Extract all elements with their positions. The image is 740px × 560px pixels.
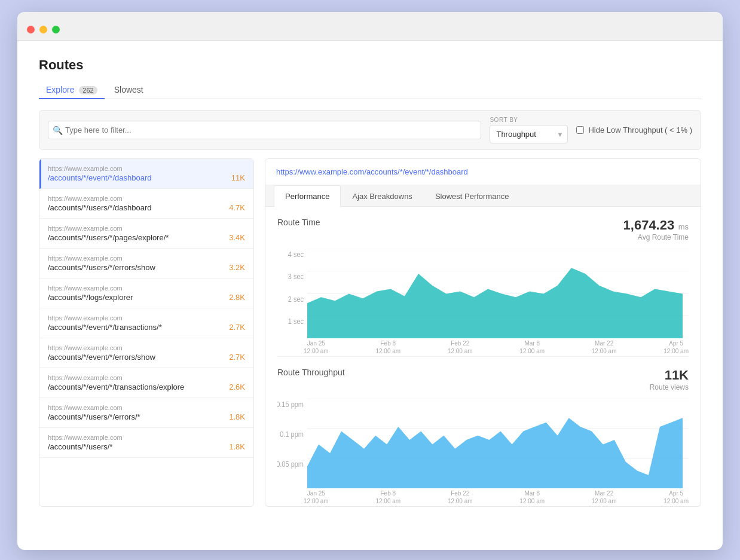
route-path: /accounts/*/users/*/pages/explore/* xyxy=(48,233,169,242)
route-domain: https://www.example.com xyxy=(48,314,245,322)
route-count: 1.8K xyxy=(229,442,245,451)
route-url-header: https://www.example.com/accounts/*/event… xyxy=(265,158,701,185)
route-domain: https://www.example.com xyxy=(48,434,245,441)
route-throughput-value: 11K xyxy=(665,368,689,382)
route-domain: https://www.example.com xyxy=(48,165,245,172)
route-count: 2.8K xyxy=(229,293,245,302)
route-time-section: Route Time 1,674.23 ms Avg Route Time 4 … xyxy=(265,207,701,356)
route-time-unit: ms xyxy=(678,222,689,231)
x-label: Jan 2512:00 am xyxy=(304,339,329,355)
x-label: Mar 2212:00 am xyxy=(592,489,617,505)
filter-bar: 🔍 SORT BY Throughput Response Time Error… xyxy=(39,110,701,150)
route-item[interactable]: https://www.example.com /accounts/*/logs… xyxy=(39,279,253,308)
search-icon: 🔍 xyxy=(53,126,63,135)
route-count: 4.7K xyxy=(229,203,245,212)
route-item[interactable]: https://www.example.com /accounts/*/user… xyxy=(39,398,253,428)
route-domain: https://www.example.com xyxy=(48,255,245,262)
hide-low-throughput-checkbox[interactable] xyxy=(576,126,584,134)
route-throughput-chart-wrap: 0.15 ppm0.1 ppm0.05 ppm Jan 2512:00 amFe… xyxy=(277,399,689,500)
minimize-button[interactable] xyxy=(39,26,47,33)
route-domain: https://www.example.com xyxy=(48,284,245,292)
route-domain: https://www.example.com xyxy=(48,404,245,411)
x-label: Feb 812:00 am xyxy=(375,339,400,355)
detail-tab-slowest[interactable]: Slowest Performance xyxy=(424,185,521,207)
x-label: Feb 2212:00 am xyxy=(448,339,473,355)
detail-card: Performance Ajax Breakdowns Slowest Perf… xyxy=(265,185,701,507)
route-count: 11K xyxy=(231,173,245,182)
search-input[interactable] xyxy=(48,121,481,139)
sort-by-label: SORT BY xyxy=(490,117,568,123)
route-count: 2.6K xyxy=(229,382,245,391)
route-count: 2.7K xyxy=(229,353,245,362)
route-path: /accounts/*/users/*/errors/* xyxy=(48,412,140,421)
route-path: /accounts/*/event/*/transactions/* xyxy=(48,323,162,332)
tab-explore[interactable]: Explore 262 xyxy=(39,81,105,99)
svg-text:4 sec: 4 sec xyxy=(288,250,304,259)
svg-text:0.15 ppm: 0.15 ppm xyxy=(277,400,304,409)
route-throughput-x-labels: Jan 2512:00 amFeb 812:00 amFeb 2212:00 a… xyxy=(277,489,689,505)
route-time-value: 1,674.23 xyxy=(623,218,675,232)
route-domain: https://www.example.com xyxy=(48,374,245,381)
svg-text:3 sec: 3 sec xyxy=(288,273,304,281)
svg-text:0.05 ppm: 0.05 ppm xyxy=(277,460,304,469)
page-title: Routes xyxy=(39,57,701,73)
route-throughput-header: Route Throughput 11K Route views xyxy=(277,368,689,391)
top-tabs-bar: Explore 262 Slowest xyxy=(39,81,701,99)
detail-tab-ajax[interactable]: Ajax Breakdowns xyxy=(341,185,423,207)
route-time-chart-wrap: 4 sec3 sec2 sec1 sec Jan 2512:00 amFeb 8… xyxy=(277,249,689,350)
route-time-stat: 1,674.23 ms Avg Route Time xyxy=(623,218,689,241)
route-item[interactable]: https://www.example.com /accounts/*/even… xyxy=(39,159,253,189)
route-item[interactable]: https://www.example.com /accounts/*/user… xyxy=(39,428,253,458)
route-throughput-title: Route Throughput xyxy=(277,368,345,377)
route-count: 3.4K xyxy=(229,233,245,242)
route-domain: https://www.example.com xyxy=(48,225,245,232)
route-domain: https://www.example.com xyxy=(48,195,245,202)
route-path: /accounts/*/users/*/dashboard xyxy=(48,203,151,212)
route-time-title: Route Time xyxy=(277,218,320,227)
route-domain: https://www.example.com xyxy=(48,344,245,351)
sort-select[interactable]: Throughput Response Time Error Rate xyxy=(490,125,568,143)
detail-panel: https://www.example.com/accounts/*/event… xyxy=(265,158,701,507)
x-label: Feb 2212:00 am xyxy=(448,489,473,505)
route-item[interactable]: https://www.example.com /accounts/*/even… xyxy=(39,308,253,338)
x-label: Mar 812:00 am xyxy=(519,489,545,505)
route-path: /accounts/*/users/*/errors/show xyxy=(48,263,155,272)
route-url-link[interactable]: https://www.example.com/accounts/*/event… xyxy=(276,167,468,176)
svg-text:2 sec: 2 sec xyxy=(288,295,304,304)
detail-tab-performance[interactable]: Performance xyxy=(274,185,341,207)
route-item[interactable]: https://www.example.com /accounts/*/user… xyxy=(39,249,253,279)
x-label: Apr 512:00 am xyxy=(663,339,689,355)
route-path: /accounts/*/users/* xyxy=(48,442,112,451)
detail-tabs: Performance Ajax Breakdowns Slowest Perf… xyxy=(265,185,701,207)
route-item[interactable]: https://www.example.com /accounts/*/user… xyxy=(39,189,253,219)
x-label: Jan 2512:00 am xyxy=(304,489,329,505)
svg-text:1 sec: 1 sec xyxy=(288,317,304,326)
x-label: Mar 812:00 am xyxy=(519,339,545,355)
x-label: Mar 2212:00 am xyxy=(592,339,617,355)
route-count: 3.2K xyxy=(229,263,245,272)
route-throughput-stat: 11K Route views xyxy=(650,368,689,391)
explore-badge: 262 xyxy=(79,86,97,94)
route-item[interactable]: https://www.example.com /accounts/*/user… xyxy=(39,219,253,249)
route-time-chart: 4 sec3 sec2 sec1 sec xyxy=(277,249,689,338)
app-content: Routes Explore 262 Slowest 🔍 SORT BY xyxy=(17,41,723,524)
route-list-panel: https://www.example.com /accounts/*/even… xyxy=(39,158,254,507)
sort-by-wrap: SORT BY Throughput Response Time Error R… xyxy=(490,117,568,143)
x-label: Feb 812:00 am xyxy=(375,489,400,505)
route-throughput-chart: 0.15 ppm0.1 ppm0.05 ppm xyxy=(277,399,689,488)
main-layout: https://www.example.com /accounts/*/even… xyxy=(39,158,701,507)
route-time-label: Avg Route Time xyxy=(623,233,689,241)
close-button[interactable] xyxy=(27,26,35,33)
route-item[interactable]: https://www.example.com /accounts/*/even… xyxy=(39,338,253,368)
route-path: /accounts/*/event/*/errors/show xyxy=(48,353,155,362)
tab-slowest[interactable]: Slowest xyxy=(107,81,151,99)
route-count: 2.7K xyxy=(229,323,245,332)
hide-low-throughput-label: Hide Low Throughput ( < 1% ) xyxy=(588,126,692,134)
route-time-header: Route Time 1,674.23 ms Avg Route Time xyxy=(277,218,689,241)
route-path: /accounts/*/event/*/dashboard xyxy=(48,173,151,182)
route-throughput-label: Route views xyxy=(650,383,689,391)
route-item[interactable]: https://www.example.com /accounts/*/even… xyxy=(39,368,253,398)
maximize-button[interactable] xyxy=(52,26,60,33)
search-wrap: 🔍 xyxy=(48,121,481,139)
svg-text:0.1 ppm: 0.1 ppm xyxy=(280,430,304,439)
